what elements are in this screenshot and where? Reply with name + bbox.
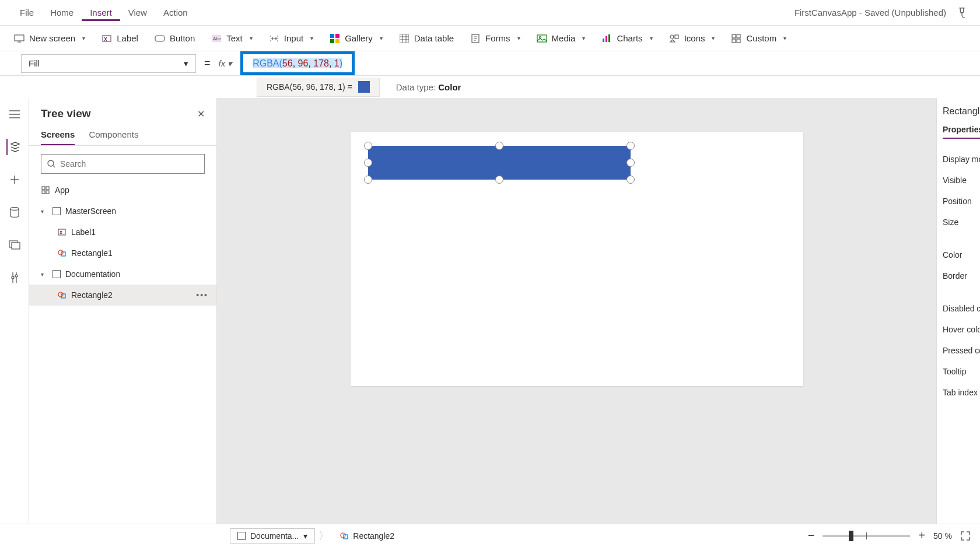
charts-button[interactable]: Charts▾ (593, 31, 660, 46)
shape-icon (340, 532, 348, 540)
tree-tabs: Screens Components (29, 125, 216, 146)
resize-handle[interactable] (626, 176, 635, 184)
zoom-out-button[interactable]: − (808, 529, 815, 542)
media-icon (537, 33, 547, 44)
formula-bar: Fill ▾ = fx▾ RGBA(56, 96, 178, 1) (0, 51, 980, 76)
svg-point-22 (10, 208, 19, 211)
tree-search-input[interactable] (60, 159, 198, 169)
tree-view-title: Tree view (41, 107, 91, 120)
tab-properties[interactable]: Properties (943, 125, 980, 139)
tree-node-app[interactable]: App (29, 180, 216, 201)
svg-rect-19 (737, 34, 740, 38)
tree-view-pane: Tree view ✕ Screens Components App ▾ Mas… (29, 98, 217, 524)
resize-handle[interactable] (495, 176, 503, 184)
prop-tab-index[interactable]: Tab index (943, 382, 974, 403)
input-button[interactable]: Input▾ (261, 31, 321, 46)
text-icon: Abc (211, 33, 222, 44)
prop-disabled-color[interactable]: Disabled color (943, 298, 974, 319)
forms-icon (470, 33, 481, 44)
resize-handle[interactable] (626, 159, 635, 167)
breadcrumb-control[interactable]: Rectangle2 (332, 528, 402, 544)
status-bar: Documenta... ▾ 〉 Rectangle2 − + 50 % (0, 524, 980, 547)
svg-rect-0 (15, 35, 24, 41)
resize-handle[interactable] (495, 142, 503, 150)
resize-handle[interactable] (626, 142, 635, 150)
svg-rect-30 (42, 191, 45, 194)
properties-pane: Rectangle Properties Display mode Visibl… (936, 98, 980, 524)
tree-node-screen[interactable]: ▾ MasterScreen (29, 201, 216, 222)
rail-tree-view[interactable] (6, 139, 23, 155)
tab-screens[interactable]: Screens (41, 125, 75, 145)
svg-rect-6 (335, 34, 340, 38)
custom-button[interactable]: Custom▾ (723, 31, 794, 46)
menu-insert[interactable]: Insert (82, 4, 120, 21)
chevron-down-icon: ▾ (303, 531, 307, 541)
button-button[interactable]: Button (146, 31, 203, 46)
icons-icon (669, 33, 680, 44)
prop-hover-color[interactable]: Hover color (943, 319, 974, 340)
close-icon[interactable]: ✕ (197, 108, 205, 120)
svg-rect-20 (732, 39, 736, 43)
rail-insert[interactable] (6, 171, 23, 188)
prop-color[interactable]: Color (943, 244, 974, 265)
canvas-area[interactable] (217, 98, 936, 524)
menu-file[interactable]: File (12, 4, 42, 21)
rail-hamburger[interactable] (6, 106, 23, 122)
menu-view[interactable]: View (120, 4, 155, 21)
fit-to-screen-icon[interactable] (960, 531, 971, 541)
svg-point-33 (58, 250, 63, 255)
checkbox (237, 532, 246, 540)
tree-search[interactable] (41, 154, 205, 174)
label-button[interactable]: Label (93, 31, 146, 46)
prop-tooltip[interactable]: Tooltip (943, 361, 974, 382)
fx-label[interactable]: fx▾ (219, 58, 233, 69)
tree-node-screen[interactable]: ▾ Documentation (29, 264, 216, 285)
menu-action[interactable]: Action (155, 4, 196, 21)
svg-point-37 (341, 533, 345, 538)
more-icon[interactable]: ••• (196, 290, 208, 300)
menu-home[interactable]: Home (42, 4, 82, 21)
tree-node-control-selected[interactable]: Rectangle2 ••• (29, 285, 216, 306)
prop-display-mode[interactable]: Display mode (943, 149, 974, 170)
zoom-in-button[interactable]: + (918, 529, 925, 542)
prop-border[interactable]: Border (943, 265, 974, 286)
breadcrumb-screen[interactable]: Documenta... ▾ (230, 528, 315, 544)
prop-visible[interactable]: Visible (943, 170, 974, 191)
prop-size[interactable]: Size (943, 212, 974, 233)
forms-button[interactable]: Forms▾ (462, 31, 528, 46)
checkbox[interactable] (52, 207, 61, 215)
svg-rect-28 (42, 187, 45, 190)
tab-components[interactable]: Components (89, 125, 138, 145)
formula-datatype: Data type: Color (396, 82, 461, 92)
svg-point-35 (58, 292, 63, 297)
zoom-slider[interactable] (822, 535, 910, 537)
resize-handle[interactable] (364, 159, 372, 167)
tree-node-control[interactable]: Label1 (29, 222, 216, 243)
gallery-button[interactable]: Gallery▾ (321, 31, 391, 46)
gallery-icon (330, 33, 340, 44)
svg-rect-32 (58, 229, 65, 235)
new-screen-button[interactable]: New screen▾ (6, 31, 93, 46)
icons-button[interactable]: Icons▾ (661, 31, 723, 46)
tree-node-control[interactable]: Rectangle1 (29, 243, 216, 264)
rail-media[interactable] (6, 237, 23, 253)
property-dropdown[interactable]: Fill ▾ (21, 54, 196, 73)
formula-input[interactable]: RGBA(56, 96, 178, 1) (240, 51, 355, 75)
media-button[interactable]: Media▾ (528, 31, 594, 46)
text-button[interactable]: Abc Text▾ (203, 31, 261, 46)
svg-point-25 (12, 276, 14, 279)
rail-data[interactable] (6, 204, 23, 220)
data-table-button[interactable]: Data table (391, 31, 462, 46)
rail-tools[interactable] (6, 269, 23, 286)
prop-position[interactable]: Position (943, 191, 974, 212)
app-checker-icon[interactable] (956, 6, 968, 19)
canvas[interactable] (351, 132, 803, 386)
app-icon (41, 185, 50, 195)
prop-pressed-color[interactable]: Pressed color (943, 340, 974, 361)
resize-handle[interactable] (364, 142, 372, 150)
resize-handle[interactable] (364, 176, 372, 184)
svg-rect-9 (400, 34, 409, 43)
rectangle2-shape[interactable] (368, 146, 631, 180)
label-icon (57, 227, 66, 237)
checkbox[interactable] (52, 270, 61, 278)
